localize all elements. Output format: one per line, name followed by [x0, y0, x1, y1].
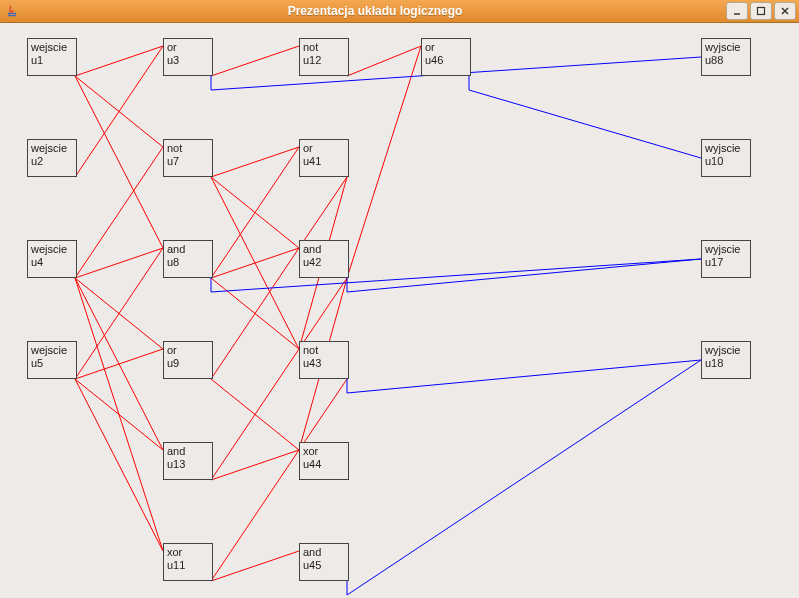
node-id-label: u9 [167, 357, 209, 370]
svg-line-16 [75, 379, 163, 551]
node-id-label: u5 [31, 357, 73, 370]
logic-node-u45[interactable]: andu45 [299, 543, 349, 581]
node-id-label: u88 [705, 54, 747, 67]
svg-rect-1 [758, 8, 765, 15]
node-type-label: not [167, 142, 209, 155]
logic-node-u8[interactable]: andu8 [163, 240, 213, 278]
svg-line-28 [211, 450, 299, 581]
svg-line-30 [299, 177, 347, 248]
logic-node-u46[interactable]: oru46 [421, 38, 471, 76]
node-type-label: wyjscie [705, 41, 747, 54]
diagram-canvas[interactable]: wejscieu1wejscieu2wejscieu4wejscieu5oru3… [0, 23, 799, 598]
logic-node-u13[interactable]: andu13 [163, 442, 213, 480]
logic-node-u5[interactable]: wejscieu5 [27, 341, 77, 379]
svg-line-12 [75, 278, 163, 551]
svg-line-26 [211, 349, 299, 480]
minimize-button[interactable] [726, 2, 748, 20]
logic-node-u7[interactable]: notu7 [163, 139, 213, 177]
node-id-label: u44 [303, 458, 345, 471]
svg-line-8 [75, 147, 163, 278]
node-type-label: not [303, 41, 345, 54]
node-id-label: u41 [303, 155, 345, 168]
node-id-label: u10 [705, 155, 747, 168]
logic-node-u12[interactable]: notu12 [299, 38, 349, 76]
node-id-label: u1 [31, 54, 73, 67]
logic-node-u3[interactable]: oru3 [163, 38, 213, 76]
node-type-label: and [303, 546, 345, 559]
node-id-label: u7 [167, 155, 209, 168]
svg-line-4 [75, 46, 163, 76]
window-title: Prezentacja układu logicznego [24, 4, 726, 18]
node-type-label: xor [167, 546, 209, 559]
logic-node-u43[interactable]: notu43 [299, 341, 349, 379]
node-id-label: u4 [31, 256, 73, 269]
svg-line-11 [75, 278, 163, 450]
svg-line-36 [347, 46, 421, 278]
node-type-label: and [167, 445, 209, 458]
svg-line-17 [211, 46, 299, 76]
node-id-label: u11 [167, 559, 209, 572]
node-type-label: wejscie [31, 142, 73, 155]
node-type-label: wejscie [31, 41, 73, 54]
svg-line-27 [211, 450, 299, 480]
logic-node-u41[interactable]: oru41 [299, 139, 349, 177]
node-id-label: u2 [31, 155, 73, 168]
node-type-label: wyjscie [705, 142, 747, 155]
logic-node-u44[interactable]: xoru44 [299, 442, 349, 480]
node-type-label: or [167, 344, 209, 357]
logic-node-u10[interactable]: wyjscieu10 [701, 139, 751, 177]
svg-line-24 [211, 248, 299, 379]
node-id-label: u45 [303, 559, 345, 572]
node-type-label: or [303, 142, 345, 155]
svg-line-23 [211, 278, 299, 349]
svg-line-32 [299, 278, 347, 349]
node-type-label: and [303, 243, 345, 256]
java-app-icon [4, 3, 20, 19]
svg-line-10 [75, 278, 163, 349]
logic-node-u1[interactable]: wejscieu1 [27, 38, 77, 76]
svg-line-14 [75, 349, 163, 379]
node-type-label: wyjscie [705, 344, 747, 357]
logic-node-u18[interactable]: wyjscieu18 [701, 341, 751, 379]
node-type-label: wejscie [31, 243, 73, 256]
logic-node-u4[interactable]: wejscieu4 [27, 240, 77, 278]
svg-line-18 [211, 147, 299, 177]
logic-node-u9[interactable]: oru9 [163, 341, 213, 379]
close-button[interactable] [774, 2, 796, 20]
svg-line-13 [75, 248, 163, 379]
svg-line-22 [211, 248, 299, 278]
svg-line-19 [211, 177, 299, 248]
node-type-label: and [167, 243, 209, 256]
logic-node-u17[interactable]: wyjscieu17 [701, 240, 751, 278]
node-id-label: u17 [705, 256, 747, 269]
wire-layer [0, 23, 799, 598]
maximize-button[interactable] [750, 2, 772, 20]
node-type-label: xor [303, 445, 345, 458]
svg-line-5 [75, 76, 163, 147]
node-type-label: not [303, 344, 345, 357]
titlebar: Prezentacja układu logicznego [0, 0, 799, 23]
svg-line-7 [75, 46, 163, 177]
svg-line-21 [211, 147, 299, 278]
node-id-label: u46 [425, 54, 467, 67]
node-id-label: u13 [167, 458, 209, 471]
svg-line-15 [75, 379, 163, 450]
node-id-label: u18 [705, 357, 747, 370]
logic-node-u42[interactable]: andu42 [299, 240, 349, 278]
node-id-label: u12 [303, 54, 345, 67]
node-id-label: u42 [303, 256, 345, 269]
logic-node-u11[interactable]: xoru11 [163, 543, 213, 581]
logic-node-u2[interactable]: wejscieu2 [27, 139, 77, 177]
node-type-label: or [167, 41, 209, 54]
node-id-label: u43 [303, 357, 345, 370]
node-id-label: u8 [167, 256, 209, 269]
node-type-label: wyjscie [705, 243, 747, 256]
svg-line-9 [75, 248, 163, 278]
svg-line-34 [299, 379, 347, 450]
svg-line-25 [211, 379, 299, 450]
node-type-label: or [425, 41, 467, 54]
svg-line-35 [347, 46, 421, 76]
logic-node-u88[interactable]: wyjscieu88 [701, 38, 751, 76]
node-id-label: u3 [167, 54, 209, 67]
svg-line-29 [211, 551, 299, 581]
